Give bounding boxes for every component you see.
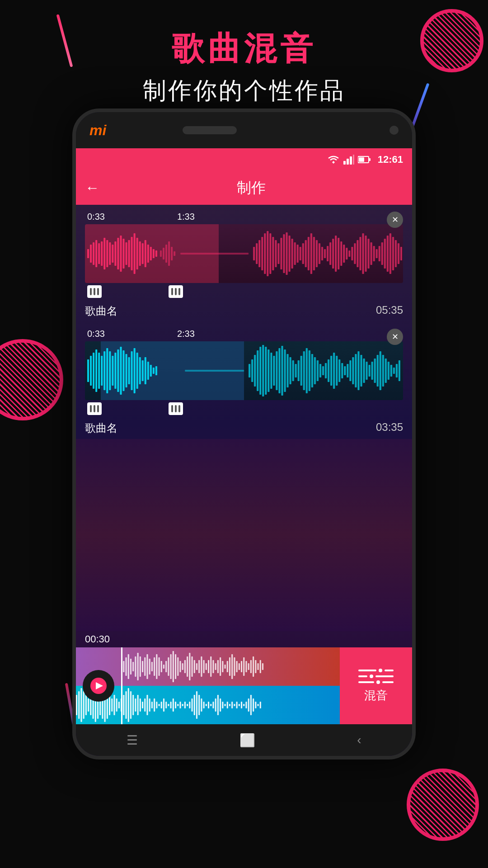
svg-rect-21 — [126, 242, 127, 265]
svg-rect-70 — [335, 236, 337, 272]
svg-rect-305 — [234, 704, 235, 706]
svg-rect-265 — [140, 698, 141, 712]
svg-rect-231 — [248, 663, 249, 670]
svg-rect-253 — [111, 698, 113, 712]
track2-close-button[interactable]: ✕ — [387, 329, 403, 345]
svg-rect-183 — [135, 656, 136, 677]
mix-bar-2 — [385, 670, 394, 671]
svg-rect-209 — [196, 663, 197, 670]
svg-rect-107 — [120, 347, 122, 395]
svg-rect-194 — [161, 661, 162, 672]
svg-rect-274 — [161, 702, 162, 708]
svg-rect-86 — [379, 246, 380, 261]
svg-rect-108 — [122, 350, 124, 391]
nav-back-icon[interactable]: ‹ — [357, 733, 361, 747]
svg-rect-85 — [376, 249, 378, 258]
track2-waveform[interactable] — [85, 341, 403, 400]
svg-rect-116 — [145, 357, 146, 384]
svg-rect-198 — [170, 654, 172, 679]
svg-rect-134 — [281, 346, 283, 396]
app-title-sub: 制作你的个性作品 — [0, 75, 488, 107]
svg-rect-280 — [175, 702, 176, 708]
track1-close-button[interactable]: ✕ — [387, 212, 403, 228]
svg-rect-298 — [217, 695, 219, 715]
track2-left-handle[interactable] — [87, 402, 102, 415]
svg-rect-84 — [373, 246, 375, 261]
svg-rect-7 — [87, 249, 89, 258]
svg-rect-62 — [313, 237, 315, 270]
svg-rect-201 — [177, 657, 178, 676]
svg-rect-308 — [241, 702, 242, 708]
svg-rect-55 — [294, 242, 296, 265]
bottom-preview: 混音 — [76, 647, 412, 724]
svg-rect-152 — [330, 356, 332, 386]
svg-rect-143 — [306, 348, 308, 393]
svg-rect-233 — [253, 656, 254, 677]
svg-rect-38 — [174, 251, 175, 256]
svg-rect-14 — [106, 240, 108, 267]
svg-rect-53 — [289, 236, 291, 272]
app-header: ← 制作 — [76, 171, 412, 205]
svg-rect-112 — [134, 348, 136, 393]
mix-label: 混音 — [364, 688, 388, 703]
svg-rect-212 — [203, 660, 205, 673]
svg-rect-316 — [260, 702, 261, 708]
svg-rect-230 — [245, 661, 247, 672]
svg-rect-113 — [136, 353, 138, 389]
svg-rect-73 — [343, 245, 345, 263]
svg-rect-109 — [126, 354, 127, 387]
svg-rect-72 — [340, 241, 342, 266]
svg-rect-79 — [359, 237, 361, 270]
svg-rect-150 — [325, 363, 327, 378]
svg-rect-206 — [189, 653, 190, 680]
svg-rect-8 — [90, 245, 92, 263]
svg-rect-99 — [98, 353, 100, 389]
svg-rect-5 — [359, 157, 364, 162]
svg-rect-222 — [227, 661, 228, 672]
svg-rect-66 — [324, 249, 326, 258]
svg-rect-214 — [208, 660, 209, 673]
svg-rect-129 — [267, 349, 269, 392]
svg-rect-2 — [350, 156, 352, 165]
svg-rect-191 — [154, 657, 155, 676]
svg-rect-277 — [168, 704, 169, 706]
svg-rect-291 — [201, 698, 202, 712]
svg-rect-264 — [137, 695, 139, 715]
mix-bar-3 — [358, 675, 367, 677]
svg-rect-74 — [346, 248, 347, 259]
play-button[interactable] — [83, 670, 114, 702]
svg-rect-181 — [130, 659, 131, 675]
back-button[interactable]: ← — [85, 179, 99, 196]
svg-rect-160 — [352, 357, 354, 384]
svg-rect-167 — [371, 362, 373, 380]
mix-button[interactable]: 混音 — [340, 647, 412, 724]
svg-rect-41 — [256, 243, 258, 264]
svg-rect-165 — [366, 362, 368, 380]
track2-right-handle[interactable] — [169, 402, 183, 415]
svg-rect-219 — [220, 657, 221, 676]
svg-rect-297 — [215, 698, 216, 712]
preview-waveform-area[interactable] — [76, 647, 340, 724]
svg-rect-300 — [222, 702, 223, 708]
svg-rect-204 — [184, 660, 186, 673]
svg-rect-199 — [173, 651, 174, 682]
svg-rect-237 — [262, 663, 263, 670]
svg-rect-272 — [156, 702, 157, 708]
nav-home-icon[interactable]: ⬜ — [239, 733, 255, 748]
svg-rect-299 — [220, 698, 221, 712]
svg-rect-260 — [128, 688, 129, 722]
phone-screen: mi — [76, 112, 412, 756]
track1-left-handle[interactable] — [87, 285, 102, 298]
svg-rect-296 — [212, 702, 214, 708]
track1-right-handle[interactable] — [169, 285, 183, 298]
svg-rect-252 — [109, 695, 110, 715]
svg-rect-312 — [250, 695, 252, 715]
track1-waveform[interactable] — [85, 224, 403, 283]
svg-rect-154 — [336, 356, 338, 386]
svg-rect-173 — [388, 362, 389, 380]
svg-rect-22 — [128, 240, 130, 267]
svg-rect-196 — [165, 661, 167, 672]
svg-rect-202 — [179, 661, 181, 672]
nav-menu-icon[interactable]: ☰ — [127, 733, 138, 748]
svg-rect-314 — [255, 702, 256, 708]
